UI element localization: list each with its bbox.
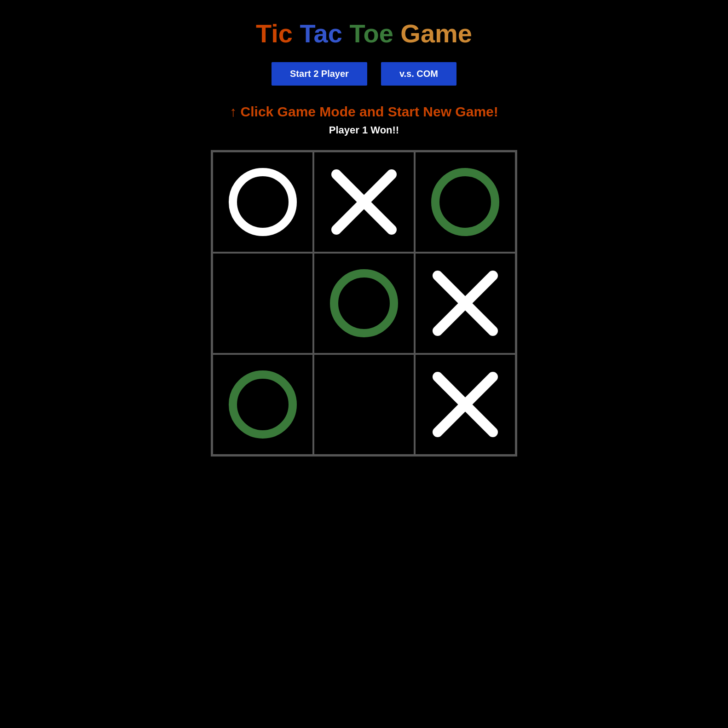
title-tic: Tic (256, 19, 293, 48)
page-title: Tic Tac Toe Game (256, 18, 472, 48)
game-board (211, 150, 517, 456)
svg-point-0 (233, 172, 293, 232)
cell-1-0[interactable] (212, 253, 313, 354)
title-tac: Tac (300, 19, 342, 48)
start-2player-button[interactable]: Start 2 Player (272, 62, 367, 86)
cell-2-2[interactable] (415, 354, 516, 455)
svg-point-7 (233, 375, 293, 434)
cell-1-2[interactable] (415, 253, 516, 354)
vs-com-button[interactable]: v.s. COM (381, 62, 456, 86)
cell-2-0[interactable] (212, 354, 313, 455)
button-group: Start 2 Player v.s. COM (272, 62, 456, 86)
title-toe: Toe (349, 19, 393, 48)
cell-0-1[interactable] (313, 151, 415, 253)
cell-0-2[interactable] (415, 151, 516, 253)
status-message: Player 1 Won!! (329, 124, 399, 136)
svg-point-4 (334, 273, 394, 333)
cell-2-1[interactable] (313, 354, 415, 455)
title-game: Game (400, 19, 472, 48)
cell-1-1[interactable] (313, 253, 415, 354)
cell-0-0[interactable] (212, 151, 313, 253)
svg-point-3 (435, 172, 495, 232)
prompt-message: ↑ Click Game Mode and Start New Game! (230, 104, 498, 120)
